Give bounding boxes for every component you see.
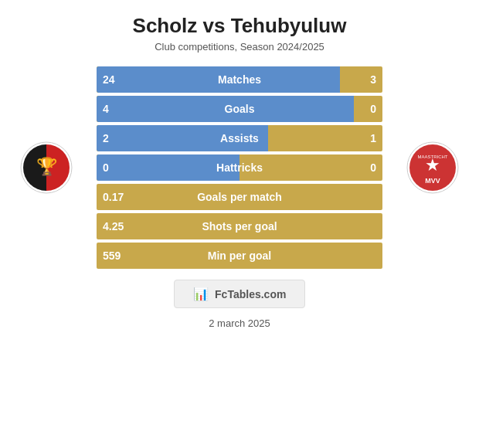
stat-bar-matches: 24 Matches 3 — [97, 66, 382, 93]
left-logo: 🏆 — [15, 141, 77, 194]
stat-bar-min-per-goal: 559 Min per goal — [97, 243, 382, 269]
stat-label-shots-per-goal: Shots per goal — [202, 220, 277, 232]
stat-row-goals: 4 Goals 0 — [97, 96, 382, 122]
svg-text:🏆: 🏆 — [36, 156, 58, 177]
main-container: Scholz vs Tehubyuluw Club competitions, … — [0, 0, 479, 448]
stat-bar-goals: 4 Goals 0 — [97, 96, 382, 122]
stats-section: 🏆 24 Matches 3 4 Goals 0 — [8, 66, 471, 269]
stat-left-matches: 24 — [103, 73, 115, 86]
stat-right-matches: 3 — [370, 73, 376, 86]
right-logo: ★ MVV MAASTRICHT — [402, 141, 464, 194]
stat-val-goals-per-match: 0.17 — [103, 191, 124, 203]
watermark-label: FcTables.com — [215, 288, 286, 300]
stat-center-matches: Matches — [218, 73, 261, 86]
stat-row-min-per-goal: 559 Min per goal — [97, 243, 382, 269]
fctables-icon: 📊 — [193, 287, 209, 301]
stat-center-goals: Goals — [225, 103, 255, 115]
stat-left-hattricks: 0 — [103, 161, 109, 174]
stat-val-shots-per-goal: 4.25 — [103, 220, 124, 232]
stat-right-assists: 1 — [370, 132, 376, 144]
stat-row-hattricks: 0 Hattricks 0 — [97, 154, 382, 181]
stat-row-assists: 2 Assists 1 — [97, 125, 382, 151]
stats-rows: 24 Matches 3 4 Goals 0 2 Ass — [97, 66, 382, 269]
stat-left-assists: 2 — [103, 132, 109, 144]
svg-text:MAASTRICHT: MAASTRICHT — [418, 154, 448, 159]
page-subtitle: Club competitions, Season 2024/2025 — [155, 41, 324, 53]
stat-row-goals-per-match: 0.17 Goals per match — [97, 184, 382, 210]
stat-label-min-per-goal: Min per goal — [208, 249, 271, 262]
stat-bar-shots-per-goal: 4.25 Shots per goal — [97, 213, 382, 239]
watermark-box: 📊 FcTables.com — [174, 280, 306, 308]
date-label: 2 march 2025 — [209, 317, 270, 329]
stat-bar-hattricks: 0 Hattricks 0 — [97, 154, 382, 181]
stat-right-goals: 0 — [370, 103, 376, 115]
stat-val-min-per-goal: 559 — [103, 249, 121, 262]
stat-left-goals: 4 — [103, 103, 109, 115]
stat-bar-assists: 2 Assists 1 — [97, 125, 382, 151]
page-title: Scholz vs Tehubyuluw — [133, 14, 347, 38]
stat-label-goals-per-match: Goals per match — [197, 191, 282, 203]
stat-center-hattricks: Hattricks — [216, 161, 263, 174]
svg-text:MVV: MVV — [425, 177, 440, 185]
stat-bar-goals-per-match: 0.17 Goals per match — [97, 184, 382, 210]
stat-row-matches: 24 Matches 3 — [97, 66, 382, 93]
stat-center-assists: Assists — [220, 132, 259, 144]
stat-right-hattricks: 0 — [370, 161, 376, 174]
stat-row-shots-per-goal: 4.25 Shots per goal — [97, 213, 382, 239]
